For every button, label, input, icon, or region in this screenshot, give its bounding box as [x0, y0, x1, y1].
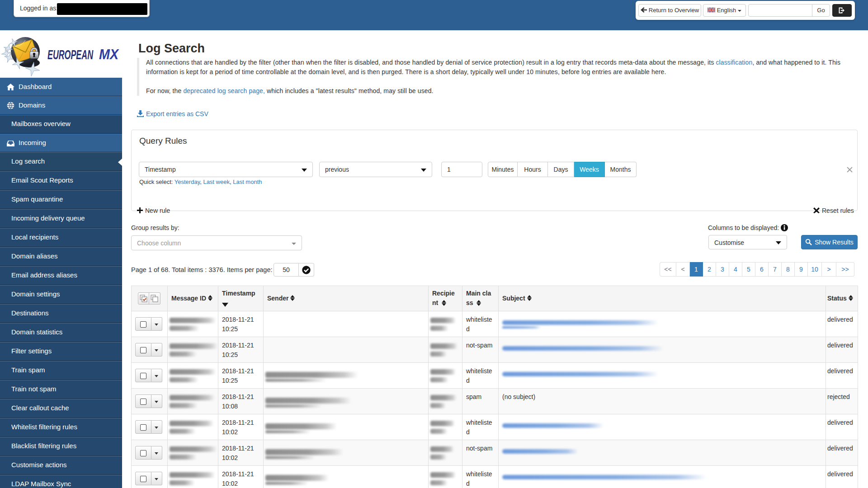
svg-text:EUROPEAN: EUROPEAN [47, 47, 94, 62]
svg-text:MX: MX [99, 47, 119, 62]
